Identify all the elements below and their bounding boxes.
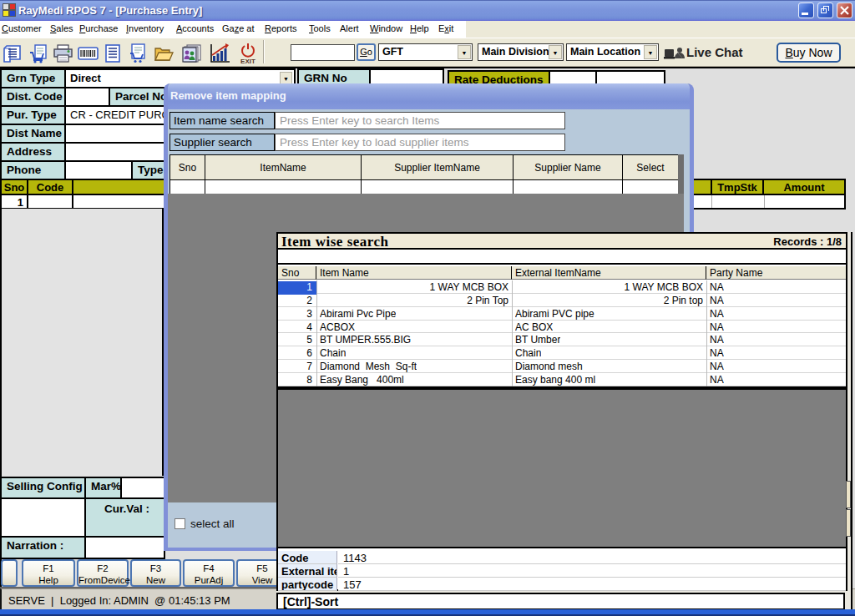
svg-text:EXIT: EXIT xyxy=(240,58,255,65)
